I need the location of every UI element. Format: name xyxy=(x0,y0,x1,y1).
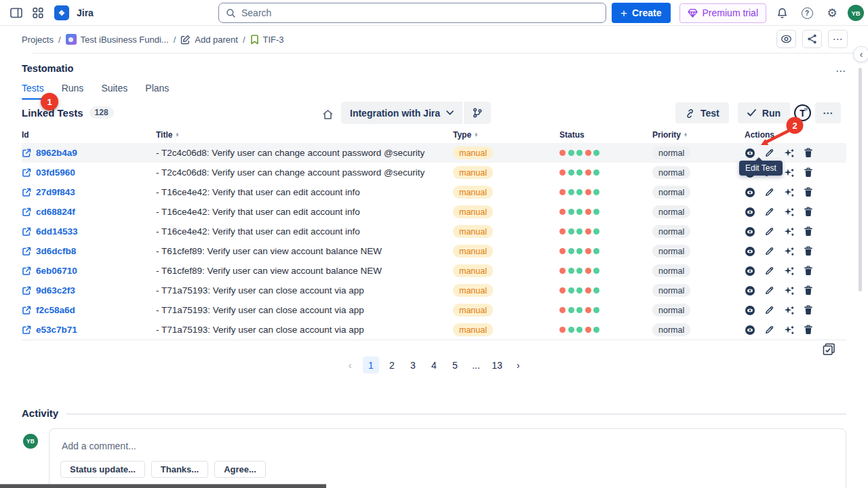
ai-generate-button[interactable] xyxy=(783,207,795,218)
pagination-page-4[interactable]: 4 xyxy=(426,357,442,373)
delete-test-button[interactable] xyxy=(804,148,813,158)
jira-logo-icon[interactable] xyxy=(54,5,69,20)
test-id-link[interactable]: 6eb06710 xyxy=(22,266,156,276)
edit-test-button[interactable] xyxy=(764,226,774,237)
tab-tests[interactable]: Tests xyxy=(22,83,44,100)
quick-reply-button-0[interactable]: Status update... xyxy=(60,461,145,478)
test-id-link[interactable]: cd68824f xyxy=(22,207,156,217)
view-test-button[interactable] xyxy=(745,305,755,316)
sort-icon[interactable]: ▲▼ xyxy=(474,133,478,138)
test-id-link[interactable]: 03fd5960 xyxy=(22,167,156,178)
external-link-icon xyxy=(22,247,31,256)
breadcrumb-project[interactable]: Test iBusiness Fundi... xyxy=(66,34,169,45)
edit-test-button[interactable] xyxy=(764,207,774,217)
view-test-button[interactable] xyxy=(745,148,755,159)
premium-trial-button[interactable]: Premium trial xyxy=(679,3,766,23)
view-test-button[interactable] xyxy=(745,266,755,277)
delete-test-button[interactable] xyxy=(804,207,813,217)
view-test-button[interactable] xyxy=(745,226,755,237)
edit-test-button[interactable] xyxy=(764,187,774,197)
ai-generate-button[interactable] xyxy=(783,148,795,159)
test-id-link[interactable]: 6dd14533 xyxy=(22,226,156,237)
column-header-priority[interactable]: Priority▲▼ xyxy=(652,130,745,140)
test-id-link[interactable]: f2c58a6d xyxy=(22,305,156,315)
panel-more-button[interactable]: ⋯ xyxy=(831,61,850,80)
test-id-link[interactable]: 9d63c2f3 xyxy=(22,285,156,296)
delete-test-button[interactable] xyxy=(804,305,813,315)
edit-test-button[interactable] xyxy=(764,305,774,315)
tab-suites[interactable]: Suites xyxy=(101,83,127,100)
breadcrumb-issue-key[interactable]: TIF-3 xyxy=(250,35,284,45)
settings-button[interactable]: ⚙ xyxy=(823,3,842,22)
test-id-link[interactable]: e53c7b71 xyxy=(22,325,156,335)
more-actions-button[interactable]: ⋯ xyxy=(828,30,848,48)
ai-generate-button[interactable] xyxy=(783,266,795,277)
test-id-link[interactable]: 27d9f843 xyxy=(22,187,156,197)
bulk-select-icon[interactable] xyxy=(823,343,835,356)
breadcrumb-projects[interactable]: Projects xyxy=(22,35,54,45)
scrollbar-thumb[interactable] xyxy=(859,68,862,291)
view-test-button[interactable] xyxy=(745,187,755,198)
branch-button[interactable] xyxy=(464,102,491,124)
delete-test-button[interactable] xyxy=(804,246,813,256)
edit-test-button[interactable] xyxy=(764,325,774,335)
run-button[interactable]: Run xyxy=(738,102,790,123)
help-button[interactable]: ? xyxy=(797,3,816,22)
watch-button[interactable] xyxy=(776,30,796,48)
pagination-next[interactable]: › xyxy=(510,357,526,373)
edit-test-button[interactable] xyxy=(764,285,774,296)
delete-test-button[interactable] xyxy=(804,167,813,178)
share-button[interactable] xyxy=(802,30,822,48)
ai-generate-button[interactable] xyxy=(783,285,795,296)
ai-generate-button[interactable] xyxy=(783,226,795,237)
home-button[interactable] xyxy=(318,105,337,124)
sidebar-toggle-button[interactable] xyxy=(7,3,26,22)
pagination-page-3[interactable]: 3 xyxy=(405,357,421,373)
column-header-type[interactable]: Type▲▼ xyxy=(453,130,559,140)
pagination-prev[interactable]: ‹ xyxy=(342,357,358,373)
test-id-link[interactable]: 8962b4a9 xyxy=(22,148,156,158)
sort-icon[interactable]: ▲▼ xyxy=(175,133,179,138)
edit-test-button[interactable] xyxy=(764,148,774,158)
view-test-button[interactable] xyxy=(745,246,755,257)
sort-icon[interactable]: ▲▼ xyxy=(684,133,688,138)
pagination-page-2[interactable]: 2 xyxy=(384,357,400,373)
edit-test-button[interactable] xyxy=(764,266,774,276)
pagination-page-13[interactable]: 13 xyxy=(489,357,505,373)
ai-generate-button[interactable] xyxy=(783,167,795,178)
app-switcher-button[interactable] xyxy=(28,3,47,22)
column-header-title[interactable]: Title▲▼ xyxy=(156,130,453,140)
delete-test-button[interactable] xyxy=(804,285,813,296)
create-button[interactable]: + Create xyxy=(612,3,671,23)
ai-generate-button[interactable] xyxy=(783,325,795,336)
delete-test-button[interactable] xyxy=(804,266,813,276)
delete-test-button[interactable] xyxy=(804,226,813,237)
edit-test-button[interactable] xyxy=(764,246,774,256)
testomatio-logo-icon[interactable]: T xyxy=(794,104,811,121)
quick-reply-button-1[interactable]: Thanks... xyxy=(151,461,208,478)
suite-filter-dropdown[interactable]: Integration with Jira xyxy=(341,102,462,124)
ai-generate-button[interactable] xyxy=(783,246,795,257)
pagination-page-5[interactable]: 5 xyxy=(447,357,463,373)
comment-input[interactable]: Add a comment... Status update...Thanks.… xyxy=(49,428,846,488)
ai-generate-button[interactable] xyxy=(783,187,795,198)
test-id-link[interactable]: 3d6dcfb8 xyxy=(22,246,156,256)
quick-reply-button-2[interactable]: Agree... xyxy=(214,461,266,478)
ai-generate-button[interactable] xyxy=(783,305,795,316)
table-more-button[interactable]: ⋯ xyxy=(815,102,841,123)
delete-test-button[interactable] xyxy=(804,325,813,335)
tab-plans[interactable]: Plans xyxy=(145,83,169,100)
collapse-panel-handle[interactable]: ‹ xyxy=(853,46,868,62)
link-test-button[interactable]: Test xyxy=(675,102,729,123)
notifications-button[interactable] xyxy=(772,3,791,22)
user-avatar[interactable]: YB xyxy=(848,5,864,21)
tab-runs[interactable]: Runs xyxy=(62,83,84,100)
delete-test-button[interactable] xyxy=(804,187,813,197)
search-input[interactable]: Search xyxy=(218,3,606,23)
view-test-button[interactable] xyxy=(745,207,755,218)
add-parent-button[interactable]: Add parent xyxy=(180,35,238,45)
external-link-icon xyxy=(22,207,31,217)
view-test-button[interactable] xyxy=(745,325,755,336)
pagination-page-1[interactable]: 1 xyxy=(363,357,379,373)
view-test-button[interactable] xyxy=(745,285,755,296)
